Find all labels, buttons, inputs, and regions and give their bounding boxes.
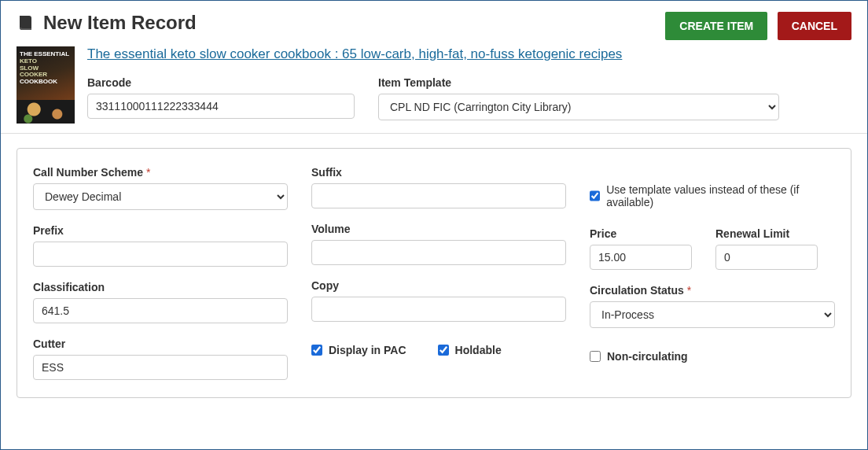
- circulation-status-select[interactable]: In-Process: [590, 301, 835, 328]
- classification-input[interactable]: [33, 298, 288, 323]
- item-template-select[interactable]: CPL ND FIC (Carrington City Library): [378, 94, 779, 120]
- display-in-pac-checkbox[interactable]: [311, 345, 322, 356]
- item-details-panel: Call Number Scheme * Dewey Decimal Prefi…: [17, 148, 851, 398]
- cutter-label: Cutter: [33, 338, 288, 350]
- copy-label: Copy: [311, 279, 566, 292]
- display-in-pac-label: Display in PAC: [329, 344, 406, 356]
- call-number-scheme-label: Call Number Scheme *: [33, 166, 288, 179]
- prefix-input[interactable]: [33, 242, 288, 267]
- holdable-label: Holdable: [455, 344, 502, 356]
- barcode-label: Barcode: [87, 76, 355, 89]
- page-title: New Item Record: [43, 12, 197, 34]
- suffix-input[interactable]: [311, 183, 566, 208]
- copy-input[interactable]: [311, 297, 566, 322]
- circulation-status-label: Circulation Status *: [590, 284, 835, 297]
- non-circulating-checkbox[interactable]: [590, 351, 601, 362]
- prefix-label: Prefix: [33, 224, 288, 237]
- book-icon: [17, 13, 35, 32]
- barcode-input[interactable]: [87, 94, 355, 119]
- item-template-label: Item Template: [378, 76, 779, 89]
- price-label: Price: [590, 227, 692, 240]
- volume-input[interactable]: [311, 240, 566, 265]
- use-template-values-label: Use template values instead of these (if…: [606, 183, 835, 208]
- non-circulating-label: Non-circulating: [607, 350, 688, 363]
- renewal-limit-input[interactable]: [715, 245, 818, 270]
- price-input[interactable]: [590, 245, 692, 270]
- create-item-button[interactable]: CREATE ITEM: [665, 12, 767, 40]
- book-title-link[interactable]: The essential keto slow cooker cookbook …: [87, 46, 851, 62]
- classification-label: Classification: [33, 281, 288, 293]
- use-template-values-checkbox[interactable]: [590, 190, 600, 201]
- renewal-limit-label: Renewal Limit: [715, 227, 818, 240]
- book-cover-thumbnail: THE ESSENTIAL KETO SLOW COOKER COOKBOOK: [17, 46, 75, 124]
- cancel-button[interactable]: CANCEL: [778, 12, 851, 40]
- cutter-input[interactable]: [33, 355, 288, 380]
- holdable-checkbox[interactable]: [438, 345, 449, 356]
- volume-label: Volume: [311, 223, 566, 235]
- call-number-scheme-select[interactable]: Dewey Decimal: [33, 183, 288, 210]
- suffix-label: Suffix: [311, 166, 566, 179]
